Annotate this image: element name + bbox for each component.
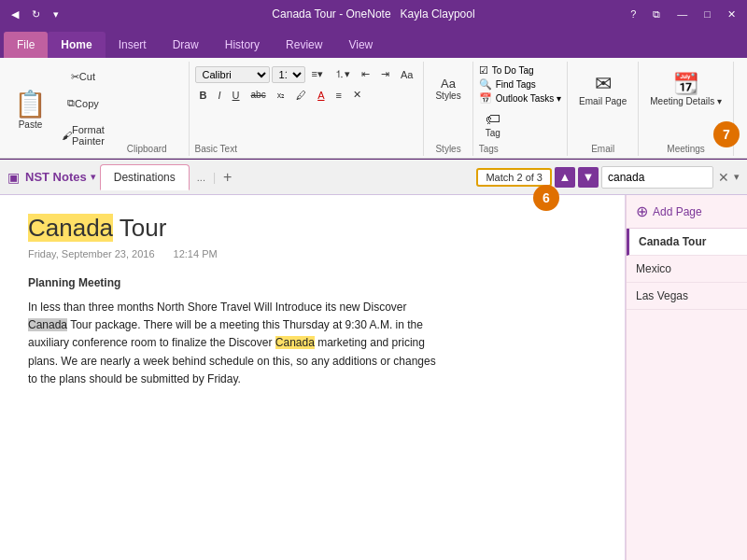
callout-6-badge: 6	[533, 185, 559, 211]
increase-indent-button[interactable]: ⇥	[376, 65, 394, 83]
body-p3: auxiliary conference room to finalize th…	[28, 334, 597, 352]
callout-7-badge: 7	[713, 121, 740, 147]
font-row: Calibri 11 ≡▾ ⒈▾ ⇤ ⇥ Aa	[195, 64, 418, 84]
copy-button[interactable]: ⧉ Copy	[57, 94, 109, 112]
tab-review[interactable]: Review	[273, 32, 335, 58]
body-line3-before: auxiliary conference room to finalize th…	[28, 336, 272, 349]
tab-insert[interactable]: Insert	[106, 32, 160, 58]
todo-tag[interactable]: ☑ To Do Tag	[479, 64, 534, 77]
add-page-icon: ⊕	[636, 203, 648, 220]
tab-history[interactable]: History	[212, 32, 273, 58]
add-page-label: Add Page	[653, 205, 702, 218]
search-next-button[interactable]: ▼	[578, 167, 599, 188]
tags-row3: 📅 Outlook Tasks ▾	[479, 92, 561, 105]
page-item-las-vegas[interactable]: Las Vegas	[627, 283, 747, 310]
tab-file[interactable]: File	[4, 32, 48, 58]
page-date: Friday, September 23, 2016 12:14 PM	[28, 248, 597, 259]
clipboard-label: Clipboard	[109, 142, 185, 154]
notebook-bar: ▣ NST Notes ▾ Destinations ... | + Match…	[0, 160, 747, 195]
tab-more-button[interactable]: ...	[193, 170, 209, 185]
tag-btn-row: 🏷 Tag	[479, 107, 507, 142]
cut-button[interactable]: ✂ Cut	[57, 68, 109, 86]
page-content: Canada Tour Friday, September 23, 2016 1…	[0, 195, 626, 560]
menu-icon[interactable]: ▾	[49, 8, 63, 21]
add-page-button[interactable]: ⊕ Add Page	[627, 195, 747, 229]
format-row: B I U abc x₂ 🖊 A ≡ ✕	[195, 86, 366, 104]
close-button[interactable]: ✕	[724, 8, 740, 21]
notebook-name[interactable]: NST Notes	[25, 170, 87, 184]
styles-group: Aa Styles Styles	[424, 62, 472, 156]
decrease-indent-button[interactable]: ⇤	[357, 65, 374, 83]
destinations-tab[interactable]: Destinations	[100, 164, 190, 190]
section-heading: Planning Meeting	[28, 276, 597, 289]
font-color-button[interactable]: A	[313, 87, 329, 104]
clear-format-button[interactable]: ✕	[348, 86, 366, 104]
restore-button[interactable]: ⧉	[649, 8, 664, 21]
body-p1: In less than three months North Shore Tr…	[28, 299, 597, 316]
main-area: Canada Tour Friday, September 23, 2016 1…	[0, 195, 747, 560]
search-input[interactable]	[601, 166, 713, 189]
notebook-icon: ▣	[7, 170, 20, 185]
match-badge: Match 2 of 3	[476, 168, 552, 187]
basic-text-group: Calibri 11 ≡▾ ⒈▾ ⇤ ⇥ Aa B I U abc x₂ 🖊 A…	[190, 62, 425, 156]
meetings-label: Meetings	[667, 142, 705, 154]
styles-label: Styles	[435, 142, 460, 154]
forward-icon[interactable]: ↻	[28, 8, 44, 21]
title-after: Tour	[113, 214, 166, 242]
font-select[interactable]: Calibri	[195, 66, 270, 83]
email-label: Email	[591, 142, 614, 154]
tags-group: ☑ To Do Tag 🔍 Find Tags 📅 Outlook Tasks …	[473, 62, 568, 156]
minimize-button[interactable]: —	[673, 8, 691, 20]
strikethrough-button[interactable]: abc	[247, 87, 271, 104]
highlight-button[interactable]: 🖊	[291, 87, 311, 104]
help-button[interactable]: ?	[627, 8, 640, 20]
search-close-button[interactable]: ✕	[716, 170, 731, 185]
back-icon[interactable]: ◀	[7, 8, 22, 21]
styles-mini-button[interactable]: Aa	[396, 66, 417, 83]
size-select[interactable]: 11	[272, 66, 305, 83]
search-bar: Match 2 of 3 ▲ ▼ ✕ ▾	[476, 166, 740, 189]
tags-label: Tags	[479, 142, 499, 154]
title-bar: ◀ ↻ ▾ Canada Tour - OneNote Kayla Claypo…	[0, 0, 747, 28]
tab-separator: |	[213, 171, 216, 184]
underline-button[interactable]: U	[228, 87, 245, 104]
body-canada-highlight2: Canada	[275, 336, 315, 349]
title-bar-right: ? ⧉ — □ ✕	[627, 8, 740, 21]
subscript-button[interactable]: x₂	[273, 87, 290, 104]
tags-row1: ☑ To Do Tag	[479, 64, 534, 77]
email-group: ✉ Email Page Email	[568, 62, 639, 156]
title-bar-left: ◀ ↻ ▾	[7, 8, 63, 21]
page-title: Canada Tour	[28, 214, 597, 243]
body-line3-after: marketing and pricing	[317, 336, 425, 349]
search-options-button[interactable]: ▾	[734, 171, 740, 183]
paste-button[interactable]: 📋 Paste	[6, 63, 55, 154]
align-button[interactable]: ≡	[331, 87, 346, 104]
title-highlight: Canada	[28, 214, 113, 242]
page-item-mexico[interactable]: Mexico	[627, 256, 747, 283]
tab-view[interactable]: View	[335, 32, 386, 58]
styles-button[interactable]: Aa Styles	[430, 63, 466, 114]
tab-draw[interactable]: Draw	[160, 32, 212, 58]
email-page-button[interactable]: ✉ Email Page	[573, 63, 632, 114]
tag-button[interactable]: 🏷 Tag	[479, 107, 507, 142]
maximize-button[interactable]: □	[700, 8, 714, 20]
meeting-details-button[interactable]: 📆 Meeting Details ▾	[644, 63, 727, 114]
page-sidebar: ⊕ Add Page Canada Tour Mexico Las Vegas	[626, 195, 747, 560]
bold-button[interactable]: B	[195, 87, 212, 104]
format-painter-button[interactable]: 🖌 Format Painter	[57, 121, 109, 149]
body-p5: to the plans should be submitted by Frid…	[28, 371, 597, 388]
tab-home[interactable]: Home	[48, 32, 105, 58]
numbered-list-button[interactable]: ⒈▾	[330, 64, 355, 84]
clipboard-side: ✂ Cut ⧉ Copy 🖌 Format Painter	[57, 63, 109, 154]
notebook-arrow[interactable]: ▾	[91, 171, 96, 183]
body-p2: Canada Tour package. There will be a mee…	[28, 316, 597, 334]
find-tags[interactable]: 🔍 Find Tags	[479, 78, 536, 91]
outlook-tasks[interactable]: 📅 Outlook Tasks ▾	[479, 92, 561, 105]
list-button[interactable]: ≡▾	[307, 65, 328, 83]
italic-button[interactable]: I	[214, 87, 226, 104]
search-prev-button[interactable]: ▲	[555, 167, 575, 188]
date-text: Friday, September 23, 2016	[28, 248, 155, 259]
tab-add-button[interactable]: +	[219, 169, 235, 186]
ribbon: File Home Insert Draw History Review Vie…	[0, 28, 747, 160]
page-item-canada-tour[interactable]: Canada Tour	[627, 229, 747, 256]
